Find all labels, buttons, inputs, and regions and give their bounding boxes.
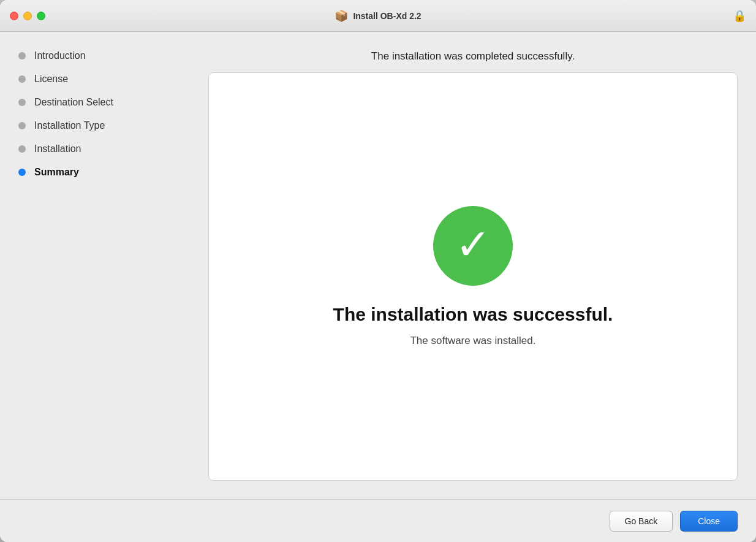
sidebar-dot-installation-type bbox=[18, 122, 26, 129]
sidebar-label-installation-type: Installation Type bbox=[34, 120, 105, 131]
close-window-button[interactable] bbox=[10, 12, 18, 20]
sidebar-item-introduction: Introduction bbox=[0, 44, 196, 67]
sidebar: Introduction License Destination Select … bbox=[0, 32, 196, 499]
main-content: Introduction License Destination Select … bbox=[0, 32, 756, 499]
content-box: ✓ The installation was successful. The s… bbox=[208, 72, 738, 481]
app-icon: 📦 bbox=[335, 9, 348, 23]
sidebar-dot-license bbox=[18, 75, 26, 83]
sidebar-item-license: License bbox=[0, 67, 196, 91]
sidebar-label-introduction: Introduction bbox=[34, 50, 86, 61]
success-title: The installation was successful. bbox=[333, 304, 613, 325]
checkmark-icon: ✓ bbox=[455, 223, 491, 266]
lock-icon: 🔒 bbox=[733, 9, 746, 23]
sidebar-label-license: License bbox=[34, 74, 68, 85]
right-panel: The installation was completed successfu… bbox=[196, 32, 756, 499]
success-subtitle: The software was installed. bbox=[410, 335, 535, 347]
installer-window: 📦 Install OB-Xd 2.2 🔒 Introduction Licen… bbox=[0, 0, 756, 542]
window-title-text: Install OB-Xd 2.2 bbox=[353, 11, 421, 21]
sidebar-dot-introduction bbox=[18, 52, 26, 59]
sidebar-item-installation: Installation bbox=[0, 137, 196, 161]
sidebar-item-installation-type: Installation Type bbox=[0, 114, 196, 137]
close-button[interactable]: Close bbox=[680, 511, 738, 532]
sidebar-dot-installation bbox=[18, 145, 26, 153]
bottom-bar: Go Back Close bbox=[0, 499, 756, 542]
success-circle: ✓ bbox=[433, 206, 513, 286]
titlebar: 📦 Install OB-Xd 2.2 🔒 bbox=[0, 0, 756, 32]
maximize-window-button[interactable] bbox=[37, 12, 45, 20]
minimize-window-button[interactable] bbox=[23, 12, 32, 20]
sidebar-dot-destination-select bbox=[18, 99, 26, 106]
sidebar-label-installation: Installation bbox=[34, 143, 81, 155]
sidebar-dot-summary bbox=[18, 169, 26, 176]
sidebar-label-destination-select: Destination Select bbox=[34, 97, 113, 108]
sidebar-label-summary: Summary bbox=[34, 167, 79, 178]
sidebar-item-destination-select: Destination Select bbox=[0, 91, 196, 114]
window-controls bbox=[10, 12, 45, 20]
go-back-button[interactable]: Go Back bbox=[610, 511, 673, 532]
sidebar-item-summary: Summary bbox=[0, 161, 196, 184]
window-title: 📦 Install OB-Xd 2.2 bbox=[335, 9, 421, 23]
top-message: The installation was completed successfu… bbox=[208, 44, 738, 63]
